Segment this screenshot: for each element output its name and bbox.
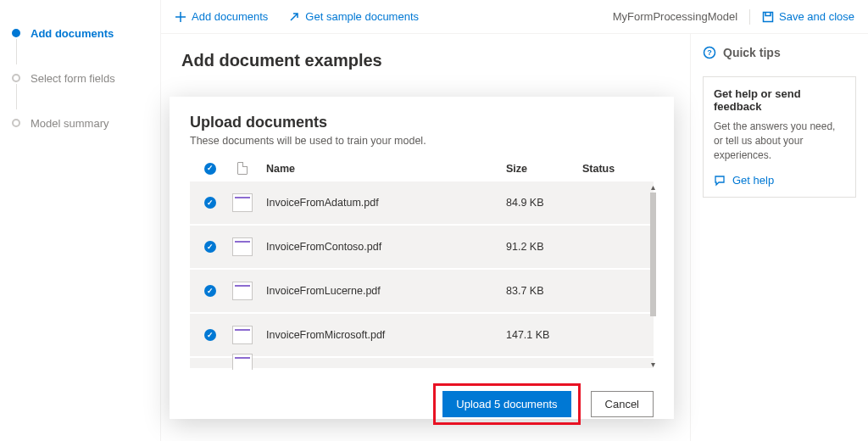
save-and-close-button[interactable]: Save and close [762, 10, 854, 23]
svg-rect-0 [764, 12, 773, 21]
command-bar: Add documents Get sample documents MyFor… [161, 0, 868, 34]
command-label: Get sample documents [305, 10, 419, 23]
document-thumbnail-icon [232, 326, 253, 344]
document-thumbnail-icon [232, 354, 253, 370]
page-title: Add document examples [181, 51, 670, 70]
main-content: Add document examples Analyze Upload doc… [161, 34, 690, 441]
document-thumbnail-icon [232, 237, 253, 256]
column-size-header[interactable]: Size [506, 163, 582, 175]
file-row[interactable]: InvoiceFromLucerne.pdf 83.7 KB [190, 270, 654, 314]
scrollbar-thumb[interactable] [650, 193, 656, 316]
help-card-text: Get the answers you need, or tell us abo… [714, 120, 845, 162]
step-label: Add documents [31, 27, 114, 40]
step-label: Model summary [31, 117, 108, 130]
svg-text:?: ? [707, 48, 712, 57]
dialog-subtitle: These documents will be used to train yo… [190, 135, 654, 147]
step-indicator-icon [12, 29, 20, 37]
scroll-up-arrow-icon[interactable]: ▴ [647, 181, 659, 193]
step-label: Select form fields [31, 72, 115, 85]
scroll-down-arrow-icon[interactable]: ▾ [647, 358, 659, 370]
add-documents-command[interactable]: Add documents [175, 10, 268, 23]
model-name-label: MyFormProcessingModel [613, 10, 737, 23]
command-label: Add documents [192, 10, 268, 23]
select-all-checkbox[interactable] [204, 163, 216, 175]
file-size: 147.1 KB [506, 329, 582, 341]
column-status-header[interactable]: Status [582, 163, 650, 175]
step-indicator-icon [12, 119, 20, 127]
file-size: 91.2 KB [506, 241, 582, 253]
step-model-summary[interactable]: Model summary [12, 110, 148, 137]
upload-dialog-mask: Upload documents These documents will be… [161, 71, 690, 441]
file-row[interactable]: InvoiceFromMicrosoft.pdf 147.1 KB [190, 314, 654, 358]
row-checkbox[interactable] [204, 329, 216, 341]
file-name: InvoiceFromLucerne.pdf [258, 285, 506, 297]
file-size: 83.7 KB [506, 285, 582, 297]
plus-icon [175, 11, 186, 23]
step-select-form-fields[interactable]: Select form fields [12, 65, 148, 110]
get-help-link[interactable]: Get help [714, 174, 845, 187]
upload-documents-button[interactable]: Upload 5 documents [442, 391, 570, 417]
question-icon: ? [703, 46, 716, 59]
upload-documents-dialog: Upload documents These documents will be… [170, 97, 674, 419]
quick-tips-title: Quick tips [723, 46, 781, 59]
quick-tips-header: ? Quick tips [703, 46, 856, 59]
quick-tips-panel: ? Quick tips Get help or send feedback G… [690, 34, 868, 441]
file-size: 84.9 KB [506, 197, 582, 209]
help-card: Get help or send feedback Get the answer… [703, 76, 856, 198]
file-name: InvoiceFromContoso.pdf [258, 241, 506, 253]
file-list: Name Size Status InvoiceFromAdatum.pdf 8… [190, 155, 654, 370]
dialog-footer: Upload 5 documents Cancel [190, 370, 654, 425]
file-list-header: Name Size Status [190, 155, 654, 181]
save-icon [762, 11, 774, 23]
arrow-up-right-icon [288, 11, 300, 23]
file-row[interactable] [190, 358, 654, 370]
row-checkbox[interactable] [204, 197, 216, 209]
step-indicator-icon [12, 74, 20, 82]
document-thumbnail-icon [232, 282, 253, 300]
tutorial-highlight: Upload 5 documents [433, 383, 580, 425]
row-checkbox[interactable] [204, 285, 216, 297]
cancel-button[interactable]: Cancel [591, 391, 654, 417]
document-thumbnail-icon [232, 193, 253, 212]
help-card-title: Get help or send feedback [714, 87, 845, 113]
column-name-header[interactable]: Name [258, 163, 506, 175]
file-name: InvoiceFromMicrosoft.pdf [258, 329, 506, 341]
divider [749, 9, 750, 25]
file-row[interactable]: InvoiceFromContoso.pdf 91.2 KB [190, 226, 654, 270]
get-sample-documents-command[interactable]: Get sample documents [288, 10, 419, 23]
get-help-label: Get help [732, 174, 774, 187]
chat-icon [714, 175, 726, 187]
file-name: InvoiceFromAdatum.pdf [258, 197, 506, 209]
list-scrollbar[interactable]: ▴ ▾ [647, 181, 659, 370]
step-add-documents[interactable]: Add documents [12, 20, 148, 65]
row-checkbox[interactable] [204, 241, 216, 253]
document-icon [237, 162, 248, 175]
dialog-title: Upload documents [190, 114, 654, 131]
save-label: Save and close [779, 10, 854, 23]
wizard-steps: Add documents Select form fields Model s… [0, 0, 161, 441]
file-row[interactable]: InvoiceFromAdatum.pdf 84.9 KB [190, 181, 654, 226]
